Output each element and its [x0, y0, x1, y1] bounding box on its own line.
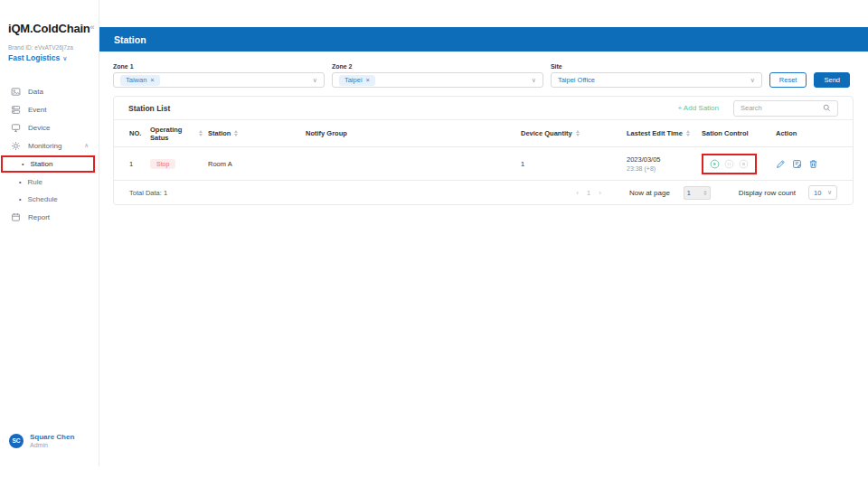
sidebar-item-label: Event	[28, 106, 46, 114]
zone1-select[interactable]: Taiwan× ∨	[113, 72, 325, 88]
chevron-down-icon: ∨	[62, 55, 67, 61]
bullet-icon: •	[22, 161, 24, 167]
sidebar-item-data[interactable]: Data	[0, 82, 99, 100]
event-icon	[11, 105, 21, 115]
page-number[interactable]: 1	[587, 189, 590, 197]
station-list-card: Station List + Add Sation NO. Operating …	[113, 96, 854, 205]
sidebar-item-label: Report	[28, 213, 50, 221]
sidebar-item-label: Schedule	[27, 195, 57, 203]
main-content: Station Zone 1 Taiwan× ∨ Zone 2 Taipei×	[99, 0, 868, 466]
brand-name: Fast Logistics	[8, 53, 60, 62]
app-root: iQM.ColdChain « Brand ID: eVvATV26j7za F…	[0, 0, 868, 466]
play-circle-icon[interactable]	[710, 159, 720, 169]
display-row-count-label: Display row count	[739, 189, 796, 197]
sort-icon[interactable]	[686, 130, 690, 136]
sidebar-item-label: Rule	[27, 178, 42, 186]
sidebar-item-report[interactable]: Report	[0, 208, 99, 226]
chevron-down-icon: ∨	[827, 189, 832, 196]
reset-button[interactable]: Reset	[769, 72, 807, 88]
sort-icon[interactable]	[234, 130, 238, 136]
row-edit-time: 2023/03/05 23:38 (+8)	[627, 155, 702, 172]
zone1-tag: Taiwan×	[120, 75, 160, 86]
row-device-quantity: 1	[521, 160, 627, 168]
table-footer: Total Data: 1 ‹ 1 › Now at page 1 Displa…	[114, 181, 853, 204]
report-icon	[11, 212, 21, 222]
pause-circle-icon[interactable]	[724, 159, 734, 169]
gear-icon	[11, 141, 21, 151]
prev-page-icon[interactable]: ‹	[576, 189, 579, 197]
search-input[interactable]	[741, 104, 823, 112]
chevron-down-icon: ∨	[532, 77, 536, 84]
site-label: Site	[551, 63, 762, 70]
sidebar-item-station[interactable]: • Station	[1, 155, 95, 173]
sidebar: iQM.ColdChain « Brand ID: eVvATV26j7za F…	[0, 0, 99, 466]
site-value: Taipei Office	[558, 76, 595, 84]
col-notify-group: Notify Group	[306, 129, 521, 137]
row-actions	[776, 159, 837, 169]
sort-icon[interactable]	[199, 130, 203, 136]
add-station-button[interactable]: + Add Sation	[677, 104, 719, 112]
page-title: Station	[114, 34, 146, 45]
app-logo: iQM.ColdChain	[8, 22, 90, 35]
stop-circle-icon[interactable]	[739, 159, 749, 169]
sidebar-item-label: Device	[28, 124, 50, 132]
table-row: 1 Stop Room A 1 2023/03/05 23:38 (+8)	[114, 147, 853, 181]
user-profile[interactable]: SC Square Chen Admin	[9, 433, 74, 448]
close-icon[interactable]: ×	[366, 76, 370, 84]
zone2-label: Zone 2	[332, 63, 543, 70]
data-icon	[11, 87, 21, 97]
zone2-select[interactable]: Taipei× ∨	[332, 72, 543, 88]
sidebar-nav: Data Event Device Monitoring ∧	[0, 82, 99, 226]
send-button[interactable]: Send	[814, 72, 850, 88]
sidebar-item-label: Station	[30, 160, 52, 168]
edit-icon[interactable]	[776, 159, 786, 169]
status-badge: Stop	[150, 159, 175, 169]
sidebar-item-label: Monitoring	[28, 142, 61, 150]
brand-switcher[interactable]: Fast Logistics∨	[8, 53, 91, 62]
bullet-icon: •	[19, 196, 21, 202]
zone2-tag: Taipei×	[339, 75, 375, 86]
zone1-label: Zone 1	[113, 63, 325, 70]
col-device-quantity: Device Quantity	[521, 129, 627, 137]
card-title: Station List	[128, 104, 170, 113]
page-input[interactable]: 1	[684, 186, 711, 200]
sidebar-item-schedule[interactable]: • Schedule	[0, 191, 99, 207]
col-operating-status: Operating Satus	[150, 126, 208, 142]
sidebar-item-event[interactable]: Event	[0, 100, 99, 118]
col-action: Action	[776, 129, 837, 137]
device-icon	[11, 123, 21, 133]
stepper-icon[interactable]	[703, 191, 707, 195]
annotation-box	[702, 154, 757, 174]
row-station: Room A	[208, 160, 306, 168]
sidebar-item-monitoring[interactable]: Monitoring ∧	[0, 136, 99, 155]
chevron-up-icon: ∧	[84, 142, 89, 149]
row-count-select[interactable]: 10 ∨	[808, 185, 837, 200]
now-at-page-label: Now at page	[629, 189, 670, 197]
search-box	[733, 100, 838, 117]
chevron-down-icon: ∨	[313, 77, 317, 84]
filter-bar: Zone 1 Taiwan× ∨ Zone 2 Taipei× ∨	[99, 52, 868, 88]
document-icon[interactable]	[792, 159, 802, 169]
next-page-icon[interactable]: ›	[599, 189, 601, 197]
search-icon[interactable]	[823, 104, 831, 112]
brand-id: Brand ID: eVvATV26j7za	[8, 44, 91, 51]
avatar: SC	[9, 434, 24, 448]
close-icon[interactable]: ×	[150, 76, 154, 84]
sidebar-item-rule[interactable]: • Rule	[0, 174, 99, 190]
sort-icon[interactable]	[576, 130, 580, 136]
table-header: NO. Operating Satus Station Notify Group…	[114, 120, 853, 147]
sidebar-item-device[interactable]: Device	[0, 118, 99, 136]
sidebar-collapse-icon[interactable]: «	[90, 22, 95, 33]
bullet-icon: •	[19, 179, 21, 185]
trash-icon[interactable]	[808, 159, 818, 169]
site-select[interactable]: Taipei Office ∨	[551, 72, 762, 88]
col-station: Station	[208, 129, 306, 137]
col-no: NO.	[129, 129, 150, 137]
user-role: Admin	[30, 442, 74, 448]
total-data: Total Data: 1	[129, 189, 167, 197]
row-no: 1	[129, 160, 150, 168]
col-station-control: Sation Control	[702, 129, 776, 137]
sidebar-item-label: Data	[28, 88, 43, 96]
user-name: Square Chen	[30, 433, 74, 441]
col-lastest-edit-time: Lastest Edit Time	[627, 129, 702, 137]
